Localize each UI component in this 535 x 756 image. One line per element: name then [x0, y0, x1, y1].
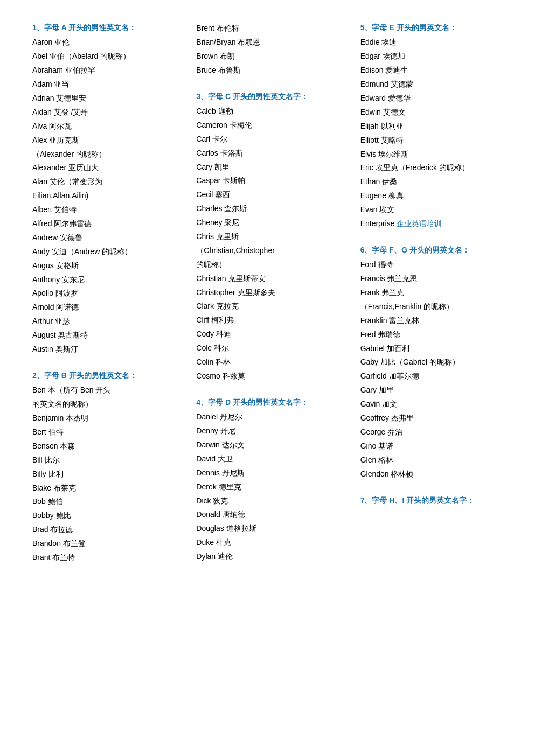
list-item: George 乔治 — [360, 425, 503, 439]
list-item: Andy 安迪（Andrew 的昵称） — [32, 245, 175, 259]
list-item: Brent 布伦特 — [196, 22, 338, 36]
names-list-fg: Ford 福特 Francis 弗兰克恩 Frank 弗兰克 （Francis,… — [360, 258, 503, 481]
list-item: Cole 科尔 — [196, 341, 338, 355]
list-item: Brown 布朗 — [196, 50, 338, 64]
names-list-d: Daniel 丹尼尔 Denny 丹尼 Darwin 达尔文 David 大卫 … — [196, 410, 338, 564]
list-item: Alexander 亚历山大 — [32, 161, 175, 175]
list-item: Colin 科林 — [196, 355, 338, 369]
list-item: Cosmo 科兹莫 — [196, 369, 338, 383]
list-item: Bobby 鲍比 — [32, 509, 175, 523]
list-item: David 大卫 — [196, 452, 338, 466]
list-item: （Christian,Christopher — [196, 244, 338, 258]
list-item: Eugene 柳真 — [360, 189, 503, 203]
section-title-a: 1、字母 A 开头的男性英文名： — [32, 22, 175, 33]
list-item: Cary 凯里 — [196, 160, 338, 174]
list-item: Albert 艾伯特 — [32, 203, 175, 217]
names-list-c: Caleb 迦勒 Cameron 卡梅伦 Carl 卡尔 Carlos 卡洛斯 … — [196, 104, 338, 383]
list-item: Arnold 阿诺德 — [32, 300, 175, 314]
list-item: 的英文名的昵称） — [32, 397, 175, 411]
list-item: Fred 弗瑞德 — [360, 328, 503, 342]
list-item: Adam 亚当 — [32, 78, 175, 92]
list-item: Carlos 卡洛斯 — [196, 146, 338, 160]
list-item: Gary 加里 — [360, 383, 503, 397]
section-title-hi: 7、字母 H、I 开头的男英文名字： — [360, 494, 503, 506]
list-item: Franklin 富兰克林 — [360, 314, 503, 328]
names-list-b-cont: Brent 布伦特 Brian/Bryan 布赖恩 Brown 布朗 Bruce… — [196, 22, 338, 78]
list-item: Francis 弗兰克恩 — [360, 272, 503, 286]
main-content: 1、字母 A 开头的男性英文名： Aaron 亚伦 Abel 亚伯（Abelar… — [27, 22, 508, 578]
list-item: Apollo 阿波罗 — [32, 286, 175, 300]
list-item: Abraham 亚伯拉罕 — [32, 64, 175, 78]
list-item: Alan 艾伦（常变形为 — [32, 175, 175, 189]
list-item: Gabriel 加百利 — [360, 342, 503, 356]
list-item: Edward 爱德华 — [360, 92, 503, 106]
list-item: Elliott 艾略特 — [360, 134, 503, 148]
list-item: Arthur 亚瑟 — [32, 314, 175, 328]
list-item: Duke 杜克 — [196, 536, 338, 550]
list-item: Cody 科迪 — [196, 327, 338, 341]
list-item: Brandon 布兰登 — [32, 537, 175, 551]
section-title-b: 2、字母 B 开头的男性英文名： — [32, 369, 175, 381]
names-list-b: Ben 本（所有 Ben 开头 的英文名的昵称） Benjamin 本杰明 Be… — [32, 383, 175, 565]
list-item: Bill 比尔 — [32, 453, 175, 467]
list-item: Christopher 克里斯多夫 — [196, 286, 338, 300]
list-item: Brian/Bryan 布赖恩 — [196, 36, 338, 50]
list-item: Derek 德里克 — [196, 480, 338, 494]
list-item: Denny 丹尼 — [196, 424, 338, 438]
list-item: Elijah 以利亚 — [360, 120, 503, 134]
list-item: Frank 弗兰克 — [360, 286, 503, 300]
list-item: Clark 克拉克 — [196, 299, 338, 313]
list-item: Alfred 阿尔弗雷德 — [32, 217, 175, 231]
list-item: Caleb 迦勒 — [196, 104, 338, 118]
column-3: 5、字母 E 开头的男英文名： Eddie 埃迪 Edgar 埃德加 Ediso… — [355, 22, 508, 578]
list-item: Dylan 迪伦 — [196, 550, 338, 564]
list-item: Anthony 安东尼 — [32, 273, 175, 287]
list-item: Benson 本森 — [32, 439, 175, 453]
list-item: Bert 伯特 — [32, 425, 175, 439]
list-item: August 奥古斯特 — [32, 328, 175, 342]
section-title-d: 4、字母 D 开头的男性英文名字： — [196, 396, 338, 408]
list-item: Brad 布拉德 — [32, 523, 175, 537]
section-title-c: 3、字母 C 开头的男性英文名字： — [196, 90, 338, 102]
list-item: Bruce 布鲁斯 — [196, 64, 338, 78]
list-item: Eilian,Allan,Ailin) — [32, 189, 175, 203]
list-item: Blake 布莱克 — [32, 481, 175, 495]
section-title-fg: 6、字母 F、G 开头的男英文名： — [360, 244, 503, 256]
list-item: Billy 比利 — [32, 467, 175, 481]
list-item: Ethan 伊桑 — [360, 175, 503, 189]
list-item: Douglas 道格拉斯 — [196, 522, 338, 536]
list-item: Alva 阿尔瓦 — [32, 120, 175, 134]
section-title-e: 5、字母 E 开头的男英文名： — [360, 22, 503, 33]
list-item: Gavin 加文 — [360, 397, 503, 411]
list-item: Brant 布兰特 — [32, 551, 175, 565]
list-item: Daniel 丹尼尔 — [196, 410, 338, 424]
list-item: Ben 本（所有 Ben 开头 — [32, 383, 175, 397]
list-item: Caspar 卡斯帕 — [196, 174, 338, 188]
list-item: Aidan 艾登 /艾丹 — [32, 106, 175, 120]
list-item: Adrian 艾德里安 — [32, 92, 175, 106]
list-item: Gaby 加比（Gabriel 的昵称） — [360, 355, 503, 369]
list-item: Eric 埃里克（Frederick 的昵称） — [360, 161, 503, 175]
list-item: Cecil 塞西 — [196, 188, 338, 202]
list-item: Garfield 加菲尔德 — [360, 369, 503, 383]
list-item: Cliff 柯利弗 — [196, 313, 338, 327]
list-item: Edison 爱迪生 — [360, 64, 503, 78]
list-item: Alex 亚历克斯 — [32, 134, 175, 148]
list-item: Darwin 达尔文 — [196, 438, 338, 452]
column-2: Brent 布伦特 Brian/Bryan 布赖恩 Brown 布朗 Bruce… — [191, 22, 344, 578]
list-item: Chris 克里斯 — [196, 230, 338, 244]
list-item: Glendon 格林顿 — [360, 467, 503, 481]
list-item: Donald 唐纳德 — [196, 508, 338, 522]
list-item: Enterprise 企业英语培训 — [360, 217, 503, 231]
list-item: Benjamin 本杰明 — [32, 411, 175, 425]
list-item: Glen 格林 — [360, 453, 503, 467]
list-item: Cameron 卡梅伦 — [196, 118, 338, 132]
enterprise-link[interactable]: 企业英语培训 — [397, 219, 442, 228]
list-item: 的昵称） — [196, 258, 338, 272]
list-item: Edwin 艾德文 — [360, 106, 503, 120]
list-item: Angus 安格斯 — [32, 259, 175, 273]
list-item: Gino 基诺 — [360, 439, 503, 453]
list-item: Edgar 埃德加 — [360, 50, 503, 64]
list-item: Bob 鲍伯 — [32, 495, 175, 509]
list-item: Aaron 亚伦 — [32, 36, 175, 50]
